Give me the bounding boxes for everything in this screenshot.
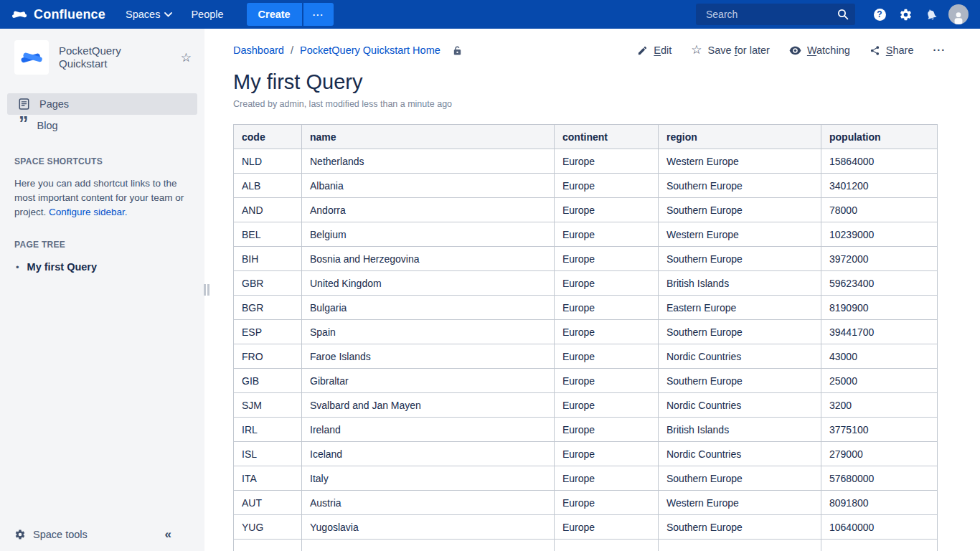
- table-cell: Southern Europe: [659, 515, 821, 540]
- chevron-down-icon: [164, 12, 172, 17]
- breadcrumb-separator: /: [291, 44, 293, 56]
- table-cell: British Islands: [659, 271, 821, 296]
- table-cell: Spain: [302, 320, 555, 344]
- table-cell: 10239000: [821, 222, 938, 247]
- table-cell: 59623400: [821, 271, 938, 296]
- more-actions-button[interactable]: ···: [933, 44, 946, 56]
- help-icon: ?: [874, 9, 886, 21]
- table-cell: Gibraltar: [302, 369, 555, 393]
- configure-sidebar-link[interactable]: Configure sidebar.: [49, 207, 128, 217]
- user-avatar[interactable]: [948, 4, 969, 24]
- table-cell: 25000: [821, 369, 938, 393]
- search-icon: [837, 9, 849, 20]
- unrestricted-lock-icon[interactable]: [452, 45, 463, 56]
- table-cell: ESP: [234, 320, 302, 344]
- search-box[interactable]: [696, 4, 855, 25]
- table-cell: FRO: [234, 344, 302, 369]
- table-row: GIBGibraltarEuropeSouthern Europe25000: [234, 369, 938, 393]
- sidebar-item-pages[interactable]: Pages: [7, 93, 197, 115]
- sidebar-item-label: Pages: [39, 98, 69, 110]
- space-name-link[interactable]: PocketQuery Quickstart: [59, 44, 171, 70]
- spaces-menu[interactable]: Spaces: [126, 9, 172, 20]
- table-cell: Yugoslavia: [302, 515, 555, 540]
- settings-button[interactable]: [892, 8, 918, 22]
- table-cell: Europe: [555, 174, 659, 198]
- space-shortcuts-text: Here you can add shortcut links to the m…: [14, 176, 188, 220]
- breadcrumb-parent-link[interactable]: PocketQuery Quickstart Home: [300, 44, 440, 56]
- edit-button[interactable]: Edit: [637, 44, 672, 56]
- favourite-star-icon[interactable]: ☆: [181, 50, 192, 65]
- collapse-sidebar-button[interactable]: «: [165, 527, 171, 542]
- table-cell: Europe: [555, 466, 659, 491]
- table-cell: Western Europe: [659, 149, 821, 174]
- table-cell: 39441700: [821, 320, 938, 344]
- table-cell: British Islands: [659, 418, 821, 442]
- table-cell: 15864000: [821, 149, 938, 174]
- table-cell: 43000: [821, 344, 938, 369]
- space-tools-menu[interactable]: Space tools «: [0, 518, 204, 551]
- table-cell: 10640000: [821, 515, 938, 540]
- page-tree-item-current[interactable]: • My first Query: [16, 261, 204, 273]
- table-cell: 3972000: [821, 247, 938, 271]
- table-cell: Europe: [555, 393, 659, 418]
- confluence-logo-icon: [11, 6, 27, 22]
- space-sidebar: PocketQuery Quickstart ☆ Pages ” Blog SP…: [0, 29, 204, 551]
- breadcrumb-dashboard-link[interactable]: Dashboard: [233, 44, 284, 56]
- watching-button[interactable]: Watching: [789, 44, 850, 56]
- table-cell: 3200: [821, 393, 938, 418]
- table-cell: Southern Europe: [659, 369, 821, 393]
- table-cell: ISL: [234, 442, 302, 466]
- space-logo[interactable]: [14, 40, 49, 75]
- table-cell: Southern Europe: [659, 320, 821, 344]
- create-button[interactable]: Create: [247, 3, 302, 26]
- query-result-table: codenamecontinentregionpopulation NLDNet…: [233, 124, 938, 551]
- table-cell: Nordic Countries: [659, 344, 821, 369]
- share-icon: [870, 45, 880, 56]
- table-cell: BEL: [234, 222, 302, 247]
- table-cell: BIH: [234, 247, 302, 271]
- sidebar-resize-handle[interactable]: [204, 284, 209, 296]
- sidebar-item-label: Blog: [37, 120, 58, 131]
- person-icon: [951, 10, 966, 24]
- table-cell: 57680000: [821, 466, 938, 491]
- table-cell: Belgium: [302, 222, 555, 247]
- table-cell: 78000: [821, 198, 938, 222]
- page-actions: Edit ☆ Save for later Watching Share ···: [637, 44, 946, 56]
- table-cell: Southern Europe: [659, 198, 821, 222]
- table-cell: Iceland: [302, 442, 555, 466]
- table-cell: Europe: [555, 222, 659, 247]
- table-cell: AND: [234, 198, 302, 222]
- table-cell: 279000: [821, 442, 938, 466]
- gear-icon: [14, 529, 26, 540]
- share-button[interactable]: Share: [870, 44, 914, 56]
- table-row: FROFaroe IslandsEuropeNordic Countries43…: [234, 344, 938, 369]
- gear-icon: [899, 8, 913, 22]
- create-split-button: Create ···: [247, 3, 334, 26]
- table-row: BELBelgiumEuropeWestern Europe10239000: [234, 222, 938, 247]
- sidebar-nav: Pages ” Blog: [7, 93, 197, 136]
- table-cell: Europe: [555, 271, 659, 296]
- table-row: BIHBosnia and HerzegovinaEuropeSouthern …: [234, 247, 938, 271]
- table-cell: Europe: [555, 320, 659, 344]
- table-cell: Europe: [555, 369, 659, 393]
- column-header-population: population: [821, 125, 938, 149]
- blog-quote-icon: ”: [19, 121, 27, 131]
- table-cell: ITA: [234, 466, 302, 491]
- table-cell: Southern Europe: [659, 174, 821, 198]
- save-for-later-button[interactable]: ☆ Save for later: [691, 44, 770, 56]
- bell-icon: [923, 6, 940, 23]
- create-more-button[interactable]: ···: [302, 3, 334, 26]
- app-body: PocketQuery Quickstart ☆ Pages ” Blog SP…: [0, 29, 980, 551]
- table-cell: NLD: [234, 149, 302, 174]
- help-button[interactable]: ?: [867, 9, 892, 21]
- table-cell: [302, 540, 555, 551]
- search-input[interactable]: [705, 8, 837, 21]
- page-content: Dashboard / PocketQuery Quickstart Home …: [204, 29, 980, 551]
- table-cell: Europe: [555, 418, 659, 442]
- table-cell: [821, 540, 938, 551]
- notifications-button[interactable]: [918, 8, 944, 21]
- table-cell: Svalbard and Jan Mayen: [302, 393, 555, 418]
- confluence-home-link[interactable]: Confluence: [11, 6, 105, 22]
- people-menu[interactable]: People: [191, 9, 223, 20]
- sidebar-item-blog[interactable]: ” Blog: [7, 115, 197, 136]
